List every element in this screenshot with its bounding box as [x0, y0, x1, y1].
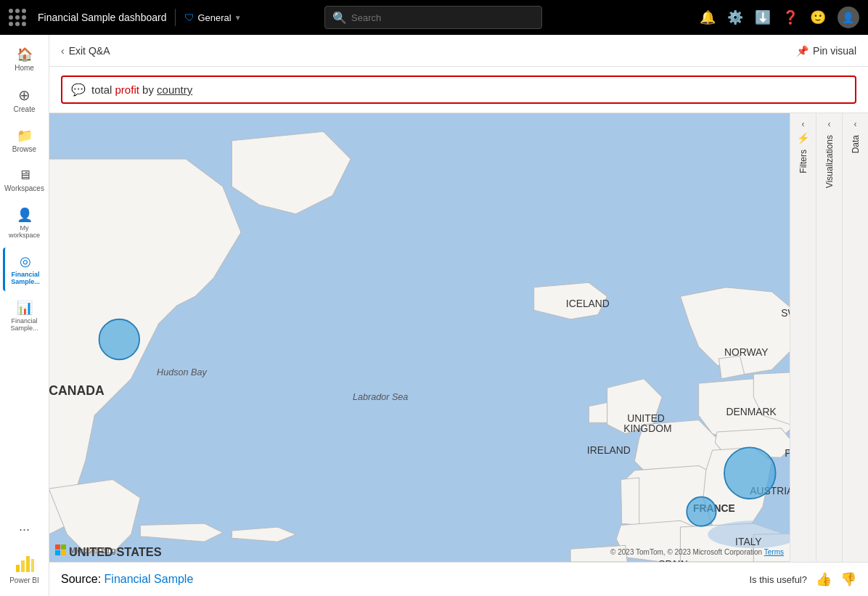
avatar[interactable]: 👤	[838, 7, 859, 28]
top-navigation: Financial Sample dashboard 🛡 General ▼ 🔍…	[0, 0, 868, 35]
bottom-area: Source: Financial Sample Is this useful?…	[49, 562, 868, 596]
label-iceland: ICELAND	[566, 298, 610, 309]
qa-chat-icon: 💬	[71, 83, 86, 97]
map-container: ICELAND SWEDEN FINLAND NORWAY DENMARK UN…	[49, 113, 790, 562]
qa-country-highlight: country	[157, 83, 192, 96]
feedback-label: Is this useful?	[750, 574, 808, 585]
pin-icon: 📌	[796, 45, 808, 57]
nav-divider	[175, 9, 176, 26]
label-hudson-bay: Hudson Bay	[157, 367, 207, 377]
main-layout: 🏠 Home ⊕ Create 📁 Browse 🖥 Workspaces 👤 …	[0, 35, 868, 596]
search-icon: 🔍	[332, 11, 347, 25]
sidebar-label-home: Home	[15, 64, 34, 72]
filter-settings-icon: ⚡	[797, 132, 809, 144]
label-denmark: DENMARK	[726, 406, 777, 417]
filters-panel[interactable]: ‹ ⚡ Filters	[790, 113, 816, 562]
label-norway: NORWAY	[724, 346, 769, 358]
svg-rect-0	[16, 565, 20, 572]
label-ireland: IRELAND	[587, 444, 631, 456]
data-label: Data	[851, 135, 861, 153]
bubble-france	[687, 497, 716, 526]
gear-icon[interactable]: ⚙️	[727, 9, 743, 25]
source-info: Source: Financial Sample	[61, 573, 193, 586]
workspace-label: General	[197, 12, 231, 23]
sidebar-item-browse[interactable]: 📁 Browse	[3, 122, 46, 159]
pin-visual-button[interactable]: 📌 Pin visual	[796, 45, 856, 57]
svg-rect-3	[31, 559, 34, 572]
nav-icon-group: 🔔 ⚙️ ⬇️ ❓ 🙂 👤	[700, 7, 859, 28]
pin-visual-label: Pin visual	[813, 45, 856, 57]
svg-marker-11	[589, 403, 607, 423]
qa-area: 💬 total profit by country	[49, 67, 868, 113]
bing-label: Microsoft Bing	[70, 547, 115, 555]
svg-rect-2	[26, 556, 30, 572]
powerbi-logo	[13, 552, 36, 575]
ellipsis-icon: ...	[19, 519, 30, 534]
content-area: ‹ Exit Q&A 📌 Pin visual 💬 total profit b…	[49, 35, 868, 596]
source-link[interactable]: Financial Sample	[105, 573, 194, 585]
filters-chevron-icon[interactable]: ‹	[802, 119, 805, 129]
chevron-down-icon: ▼	[234, 14, 242, 22]
sidebar-item-my-workspace[interactable]: 👤 My workspace	[3, 201, 46, 245]
back-arrow-icon: ‹	[61, 45, 65, 57]
sidebar-item-home[interactable]: 🏠 Home	[3, 41, 46, 78]
thumbs-down-button[interactable]: 👎	[840, 571, 856, 587]
bubble-canada	[99, 319, 139, 359]
search-input[interactable]	[351, 12, 534, 23]
visualizations-panel[interactable]: ‹ Visualizations	[816, 113, 842, 562]
my-workspace-icon: 👤	[17, 207, 33, 223]
viz-chevron-icon[interactable]: ‹	[828, 119, 831, 129]
exit-qa-button[interactable]: ‹ Exit Q&A	[61, 45, 110, 57]
label-canada: CANADA	[49, 383, 105, 398]
sidebar-item-workspaces[interactable]: 🖥 Workspaces	[3, 162, 46, 198]
visualizations-label: Visualizations	[824, 135, 835, 188]
search-bar[interactable]: 🔍	[324, 6, 542, 29]
map-svg: ICELAND SWEDEN FINLAND NORWAY DENMARK UN…	[49, 113, 790, 562]
svg-marker-14	[621, 478, 639, 526]
bell-icon[interactable]: 🔔	[700, 9, 716, 25]
svg-rect-33	[55, 544, 60, 550]
create-icon: ⊕	[18, 86, 30, 104]
feedback-icon[interactable]: 🙂	[810, 9, 826, 25]
sidebar-label-workspaces: Workspaces	[4, 184, 44, 192]
qa-query-text: total profit by country	[91, 83, 192, 96]
sidebar-label-my-workspace: My workspace	[7, 224, 42, 239]
label-italy: ITALY	[735, 536, 761, 547]
data-panel[interactable]: ‹ Data	[842, 113, 868, 562]
sidebar-label-financial-1: Financial Sample...	[9, 271, 42, 285]
label-labrador-sea: Labrador Sea	[353, 392, 408, 402]
shield-icon: 🛡	[184, 12, 195, 23]
app-grid-icon[interactable]	[9, 9, 26, 26]
avatar-icon: 👤	[842, 12, 854, 23]
sidebar-item-financial-sample-1[interactable]: ◎ Financial Sample...	[3, 248, 46, 291]
qa-input-box[interactable]: 💬 total profit by country	[61, 75, 856, 104]
sidebar-label-financial-2: Financial Sample...	[7, 317, 42, 332]
workspaces-icon: 🖥	[18, 168, 31, 183]
terms-link[interactable]: Terms	[764, 548, 784, 556]
sidebar-powerbi: Power BI	[3, 546, 46, 590]
financial-sample-1-icon: ◎	[20, 253, 31, 269]
sidebar-item-financial-sample-2[interactable]: 📊 Financial Sample...	[3, 294, 46, 338]
svg-rect-34	[61, 544, 66, 550]
financial-sample-2-icon: 📊	[17, 300, 33, 316]
map-copyright: © 2023 TomTom, © 2023 Microsoft Corporat…	[610, 548, 784, 556]
map-panels: ICELAND SWEDEN FINLAND NORWAY DENMARK UN…	[49, 113, 868, 562]
browse-icon: 📁	[17, 128, 33, 144]
sidebar-label-browse: Browse	[12, 145, 36, 153]
svg-rect-36	[61, 550, 66, 555]
workspace-badge[interactable]: 🛡 General ▼	[184, 12, 241, 23]
svg-rect-1	[21, 560, 25, 572]
data-chevron-icon[interactable]: ‹	[854, 119, 857, 129]
svg-rect-35	[55, 550, 60, 555]
filters-label: Filters	[798, 150, 808, 174]
bing-attribution: Microsoft Bing	[55, 544, 115, 556]
download-icon[interactable]: ⬇️	[755, 9, 771, 25]
label-spain: SPAIN	[658, 558, 688, 562]
qa-profit-highlight: profit	[115, 83, 139, 96]
thumbs-up-button[interactable]: 👍	[816, 571, 832, 587]
source-prefix: Source:	[61, 573, 105, 585]
sidebar-item-create[interactable]: ⊕ Create	[3, 81, 46, 119]
help-icon[interactable]: ❓	[782, 9, 798, 25]
more-options[interactable]: ...	[13, 513, 36, 540]
label-uk2: KINGDOM	[623, 422, 671, 434]
